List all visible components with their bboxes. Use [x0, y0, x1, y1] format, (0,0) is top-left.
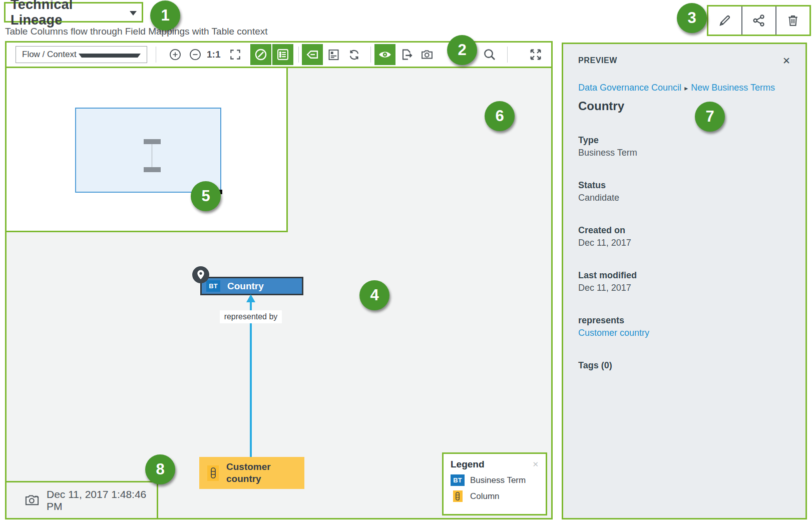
field-value: Business Term: [578, 148, 790, 158]
expand-arrows-icon: [528, 47, 543, 62]
eye-icon: [377, 47, 392, 62]
fit-to-screen-icon: [229, 48, 242, 61]
camera-icon: [420, 48, 434, 62]
actual-size-button[interactable]: 1:1: [207, 48, 220, 61]
delete-button[interactable]: [776, 7, 809, 35]
search-button[interactable]: [483, 48, 496, 61]
divider: [370, 47, 371, 63]
field-label: Status: [578, 180, 790, 191]
legend-item-label: Column: [470, 491, 500, 501]
overview-minimap: [5, 67, 288, 232]
asset-card-icon: [327, 48, 340, 62]
column-icon: [453, 490, 463, 502]
legend-title: Legend: [451, 459, 532, 470]
breadcrumb-separator-icon: ▸: [681, 84, 691, 92]
breadcrumb-link-domain[interactable]: Data Governance Council: [578, 83, 681, 93]
refresh-icon: [347, 48, 361, 62]
callout-2: 2: [447, 35, 477, 65]
field-value: Dec 11, 2017: [578, 283, 790, 293]
show-labels-button[interactable]: [302, 44, 323, 65]
page-title: Technical Lineage: [11, 0, 122, 28]
view-selector-value: Flow / Context: [22, 50, 79, 60]
minimap-node: [144, 167, 161, 172]
preview-title: PREVIEW: [578, 56, 782, 65]
show-preview-button[interactable]: [374, 44, 395, 65]
trash-icon: [786, 14, 800, 28]
callout-6: 6: [485, 101, 515, 131]
legend-item-column: Column: [451, 490, 539, 502]
list-icon: [276, 48, 290, 62]
divider: [507, 47, 508, 63]
export-icon: [399, 48, 414, 62]
lineage-workspace: Flow / Context 1:1: [5, 41, 553, 519]
legend-close-icon[interactable]: ✕: [532, 459, 539, 468]
node-label: Customer country: [226, 461, 291, 485]
pencil-icon: [718, 14, 732, 28]
zoom-in-button[interactable]: [169, 48, 182, 61]
column-icon: [207, 465, 219, 481]
page-title-box[interactable]: Technical Lineage: [4, 2, 143, 23]
business-term-badge: BT: [451, 474, 465, 486]
node-column-customer-country[interactable]: Customer country: [199, 457, 304, 489]
technical-lineage-page: Technical Lineage 1 Table Columns flow t…: [0, 0, 812, 523]
field-type: Type Business Term: [578, 135, 790, 158]
field-last-modified: Last modified Dec 11, 2017: [578, 270, 790, 293]
field-status: Status Candidate: [578, 180, 790, 203]
overview-button[interactable]: [250, 44, 271, 65]
callout-3: 3: [677, 3, 707, 33]
legend-item-label: Business Term: [470, 475, 526, 485]
tag-icon: [305, 48, 319, 62]
divider: [156, 47, 156, 63]
field-represents: represents Customer country: [578, 315, 790, 338]
field-value: Dec 11, 2017: [578, 238, 790, 248]
share-icon: [752, 14, 766, 28]
breadcrumb: Data Governance Council▸New Business Ter…: [578, 81, 778, 94]
compass-icon: [254, 48, 268, 62]
zoom-in-icon: [169, 48, 182, 61]
breadcrumb-link-community[interactable]: New Business Terms: [691, 83, 775, 93]
minimap-viewport-selection[interactable]: [75, 108, 221, 193]
callout-4: 4: [359, 280, 389, 310]
represents-link[interactable]: Customer country: [578, 328, 649, 338]
layout-list-button[interactable]: [272, 44, 293, 65]
zoom-out-button[interactable]: [189, 48, 202, 61]
close-icon[interactable]: ✕: [782, 56, 790, 66]
lineage-canvas[interactable]: 5 BT Country 4 represented by: [7, 68, 551, 518]
node-label: Country: [227, 281, 264, 292]
fullscreen-button[interactable]: [527, 48, 544, 61]
view-selector-dropdown[interactable]: Flow / Context: [16, 46, 147, 63]
edit-button[interactable]: [708, 7, 741, 35]
refresh-button[interactable]: [347, 48, 360, 61]
snapshot-timestamp: Dec 11, 2017 1:48:46 PM: [47, 488, 157, 512]
callout-8: 8: [145, 454, 175, 484]
page-subtitle: Table Columns flow through Field Mapping…: [5, 26, 268, 37]
field-label: Created on: [578, 225, 790, 236]
chevron-down-icon: [79, 54, 141, 58]
field-label: Type: [578, 135, 790, 146]
asset-card-button[interactable]: [327, 48, 340, 61]
callout-1: 1: [150, 1, 180, 31]
export-button[interactable]: [400, 48, 413, 61]
callout-7: 7: [695, 102, 725, 132]
legend-item-business-term: BT Business Term: [451, 474, 539, 486]
legend-panel: Legend ✕ BT Business Term Column: [442, 452, 547, 515]
location-pin-icon: [192, 266, 210, 284]
snapshot-timestamp-box: Dec 11, 2017 1:48:46 PM: [5, 481, 158, 519]
preview-panel: PREVIEW ✕ Data Governance Council▸New Bu…: [562, 43, 807, 519]
zoom-out-icon: [189, 48, 202, 61]
divider: [298, 47, 299, 63]
search-icon: [483, 48, 497, 62]
field-tags: Tags (0): [578, 360, 790, 371]
field-label: Last modified: [578, 270, 790, 281]
callout-5: 5: [191, 181, 221, 211]
share-button[interactable]: [742, 7, 775, 35]
chevron-down-icon: [130, 11, 137, 16]
snapshot-button[interactable]: [421, 48, 434, 61]
field-label: represents: [578, 315, 790, 326]
node-business-term-country[interactable]: BT Country: [200, 277, 303, 295]
camera-icon: [24, 493, 40, 507]
field-value: Candidate: [578, 193, 790, 203]
asset-title: Country: [578, 99, 790, 113]
fit-to-screen-button[interactable]: [229, 48, 242, 61]
edge-label: represented by: [220, 310, 282, 323]
